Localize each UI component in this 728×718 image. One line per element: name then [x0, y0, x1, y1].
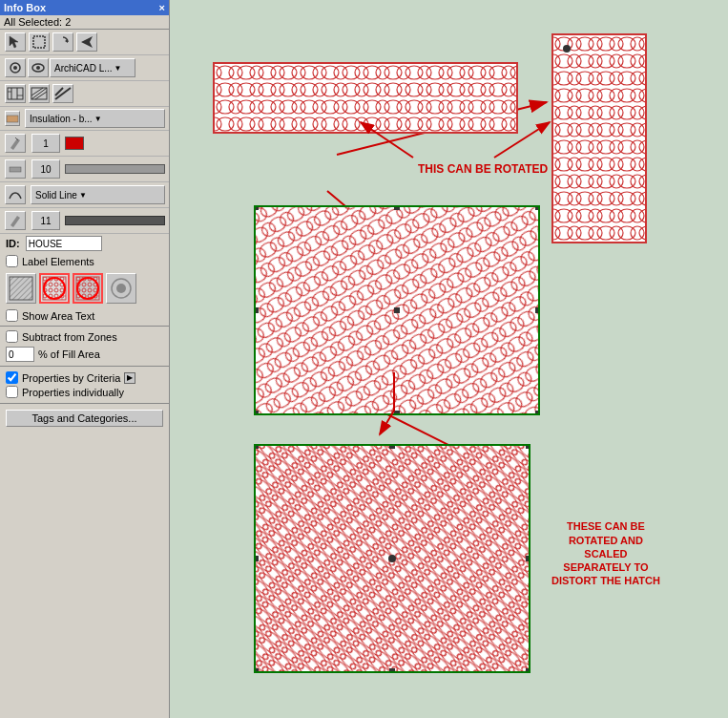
wall-icon-btn[interactable]	[5, 84, 26, 103]
id-row: ID:	[0, 234, 169, 253]
pen-row-1: 1	[0, 131, 169, 157]
hatch-fill-btn[interactable]	[29, 84, 50, 103]
show-area-text-row: Show Area Text	[0, 307, 169, 324]
pen1-value: 1	[43, 138, 49, 149]
insulation-icon-btn[interactable]	[5, 111, 20, 126]
pen3-value: 11	[40, 216, 51, 226]
icon-row-2	[0, 81, 169, 107]
svg-rect-1	[33, 36, 45, 48]
color-swatch-1[interactable]	[65, 137, 84, 150]
rotate-btn[interactable]	[52, 32, 73, 52]
insulation-dropdown[interactable]: Insulation - b... ▼	[25, 109, 165, 128]
handle-ml-b[interactable]	[254, 556, 259, 561]
center-dot	[388, 555, 396, 562]
hatch-rect-bottom	[254, 444, 530, 673]
show-area-text-checkbox[interactable]	[6, 309, 18, 322]
properties-expand-btn[interactable]: ▶	[124, 372, 135, 384]
handle-tm-b[interactable]	[389, 444, 395, 449]
annotation-scaled: THESE CAN BE ROTATED AND SCALED SEPARATE…	[551, 506, 660, 588]
fill-style-btn-1[interactable]	[6, 273, 36, 304]
id-label: ID:	[6, 238, 20, 249]
hatch-rect-right	[551, 33, 647, 243]
pen3-value-btn[interactable]: 11	[31, 211, 60, 230]
handle-bm[interactable]	[394, 411, 400, 415]
handle-br[interactable]	[535, 411, 540, 415]
diagonal-line-btn[interactable]	[52, 84, 73, 103]
pen1-value-btn[interactable]: 1	[31, 134, 60, 153]
select-tool-btn[interactable]	[5, 32, 26, 52]
handle-bl[interactable]	[254, 411, 259, 415]
zone-percent-label: % of Fill Area	[38, 348, 100, 360]
handle-tm[interactable]	[394, 205, 400, 210]
divider-3	[0, 403, 169, 404]
close-button[interactable]: ×	[159, 2, 165, 13]
line-style-label: Solid Line	[35, 190, 77, 201]
handle-ml[interactable]	[254, 307, 259, 313]
subtract-zones-label: Subtract from Zones	[22, 331, 117, 343]
subtract-zones-checkbox[interactable]	[6, 330, 18, 343]
handle-tr[interactable]	[535, 205, 540, 210]
tags-categories-button[interactable]: Tags and Categories...	[6, 410, 163, 427]
handle-mr[interactable]	[535, 307, 540, 313]
svg-point-5	[13, 66, 17, 70]
layer-icon-btn[interactable]	[5, 58, 26, 77]
handle-tl-b[interactable]	[254, 444, 259, 449]
info-box-title: Info Box	[4, 2, 46, 13]
zone-percent-row: % of Fill Area	[0, 345, 169, 364]
svg-rect-19	[7, 116, 18, 122]
properties-individually-row: Properties individually	[6, 385, 163, 399]
info-box-header: Info Box ×	[0, 0, 169, 15]
handle-mr-b[interactable]	[526, 556, 530, 561]
svg-rect-22	[10, 167, 21, 172]
pen-row-3: 11	[0, 208, 169, 234]
properties-individual-checkbox[interactable]	[6, 386, 18, 398]
label-elements-checkbox[interactable]	[6, 255, 18, 267]
handle-tr-b[interactable]	[526, 444, 530, 449]
pen2-value: 10	[40, 164, 51, 175]
arrow-btn[interactable]	[76, 32, 97, 52]
zone-percent-input[interactable]	[6, 347, 34, 362]
insulation-dropdown-arrow: ▼	[93, 113, 104, 124]
properties-criteria-checkbox[interactable]	[6, 371, 18, 384]
pen3-icon-btn[interactable]	[5, 211, 26, 230]
svg-marker-2	[65, 39, 68, 43]
svg-point-7	[36, 66, 40, 70]
sidebar: Info Box × All Selected: 2 ArchiCAD L...…	[0, 0, 170, 718]
handle-bl-b[interactable]	[254, 668, 259, 673]
handle-bm-b[interactable]	[389, 668, 395, 673]
line-style-icon[interactable]	[5, 185, 26, 204]
label-elements-row: Label Elements	[0, 253, 169, 269]
pen2-value-btn[interactable]: 10	[31, 159, 60, 179]
svg-rect-44	[553, 35, 647, 243]
archicad-layer-label: ArchiCAD L...	[54, 63, 113, 74]
fill-style-btn-4[interactable]	[106, 273, 136, 304]
handle-br-b[interactable]	[526, 668, 530, 673]
pen2-icon-btn[interactable]	[5, 159, 26, 179]
handle-center[interactable]	[394, 307, 400, 313]
line-style-dropdown[interactable]: Solid Line ▼	[31, 185, 165, 204]
fill-style-btn-3[interactable]	[73, 273, 103, 304]
svg-marker-3	[81, 36, 93, 48]
pen-row-2: 10	[0, 157, 169, 182]
marquee-btn[interactable]	[29, 32, 50, 52]
pen1-icon-btn[interactable]	[5, 134, 26, 153]
archicad-layer-row: ArchiCAD L... ▼	[0, 55, 169, 81]
archicad-layer-dropdown[interactable]: ArchiCAD L... ▼	[50, 58, 135, 77]
insulation-row: Insulation - b... ▼	[0, 107, 169, 131]
label-elements-label: Label Elements	[22, 256, 94, 267]
all-selected-label: All Selected: 2	[0, 15, 169, 30]
properties-individual-label: Properties individually	[22, 387, 124, 398]
handle-tl[interactable]	[254, 205, 259, 210]
id-input[interactable]	[26, 236, 102, 251]
svg-rect-8	[8, 88, 23, 99]
eye-icon-btn[interactable]	[28, 58, 49, 77]
pen2-swatch	[65, 164, 165, 174]
show-area-text-label: Show Area Text	[22, 310, 94, 322]
fill-icon-group	[0, 269, 169, 307]
pen3-swatch	[65, 216, 165, 225]
toolbar-row-1	[0, 30, 169, 55]
fill-style-btn-2[interactable]	[39, 273, 70, 304]
svg-rect-40	[215, 64, 518, 134]
layer-dropdown-arrow: ▼	[113, 62, 124, 74]
divider-2	[0, 366, 169, 367]
